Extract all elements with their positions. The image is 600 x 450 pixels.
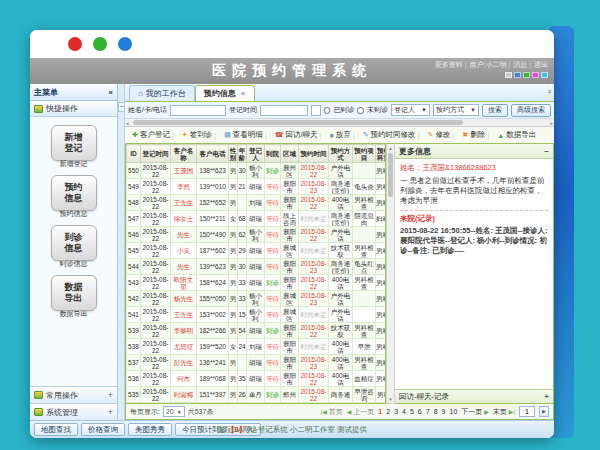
sidebar-accordion[interactable]: 系统管理 + xyxy=(30,403,117,420)
column-header[interactable]: 性别 xyxy=(229,145,238,163)
last-page-button[interactable]: 末页 ▶| xyxy=(493,407,515,417)
toolbar-button[interactable]: ✚ 客户登记 | xyxy=(129,130,177,140)
statusbar-button[interactable]: 地图查找 xyxy=(34,423,78,436)
column-header[interactable]: 年龄 xyxy=(238,145,247,163)
page-number[interactable]: 6 xyxy=(418,408,422,415)
table-row[interactable]: 539 2015-08-22 李黎明 182**266 男 54 胡瑞 到诊 襄… xyxy=(127,323,387,339)
header-link[interactable]: 消息 xyxy=(513,60,531,70)
page-number[interactable]: 3 xyxy=(394,408,398,415)
vscroll-thumb[interactable] xyxy=(388,153,393,197)
first-page-button[interactable]: |◀ 首页 xyxy=(321,407,343,417)
theme-swatch[interactable] xyxy=(532,72,539,78)
prev-page-button[interactable]: ◀ 上一页 xyxy=(347,407,375,417)
statusbar-button[interactable]: 价格查询 xyxy=(81,423,125,436)
column-header[interactable]: 预约时间 xyxy=(299,145,329,163)
table-row[interactable]: 536 2015-08-22 何杰 189**068 男 35 胡瑞 等待 襄阳… xyxy=(127,371,387,387)
time-filter-input[interactable] xyxy=(260,105,308,116)
scroll-up-icon[interactable]: ▴ xyxy=(389,144,392,152)
page-number[interactable]: 8 xyxy=(434,408,438,415)
header-link[interactable]: 更多资料 xyxy=(435,60,467,70)
table-row[interactable]: 548 2015-08-22 王先生 152**652 男 刘瑞 等待 襄阳市 xyxy=(127,195,387,211)
table-row[interactable]: 549 2015-08-22 李然 139**010 男 21 胡瑞 等待 襄阳… xyxy=(127,179,387,195)
sidebar-splitter[interactable]: − xyxy=(118,84,125,420)
column-header[interactable]: 登记人 xyxy=(247,145,265,163)
toolbar-button[interactable]: ✦ 签到诊 | xyxy=(179,130,219,140)
arrived-radio[interactable] xyxy=(324,107,331,114)
sidebar-collapse-icon[interactable]: « xyxy=(109,88,113,97)
header-link[interactable]: 用户:小二明 xyxy=(470,60,511,70)
toolbar-button[interactable]: ■ 放弃 | xyxy=(327,130,358,140)
column-header[interactable]: 客户电话 xyxy=(197,145,229,163)
tab-workspace[interactable]: ⌂ 我的工作台 xyxy=(129,85,195,101)
page-number[interactable]: 9 xyxy=(442,408,446,415)
not-arrived-radio[interactable] xyxy=(357,107,364,114)
table-row[interactable]: 541 2015-08-22 王先生 153**002 男 15 杨小利 等待 … xyxy=(127,307,387,323)
toolbar-button[interactable]: ✎ 预约时间修改 | xyxy=(360,130,423,140)
table-row[interactable]: 537 2015-08-22 彭先生 136**241 男 胡瑞 等待 襄阳市 xyxy=(127,355,387,371)
scroll-right-icon[interactable]: ▸ xyxy=(550,119,553,127)
theme-swatch[interactable] xyxy=(514,72,521,78)
toolbar-button[interactable]: ▲ 数据导出 | xyxy=(494,130,543,140)
table-row[interactable]: 543 2015-08-22 欧阳文星 158**624 男 33 胡瑞 到诊 … xyxy=(127,275,387,291)
per-page-select[interactable]: 20▼ xyxy=(163,406,185,417)
header-link[interactable]: 退出 xyxy=(534,60,548,70)
column-header[interactable]: 预约科室 xyxy=(376,145,387,163)
collapse-tabs-icon[interactable]: « xyxy=(544,89,553,93)
page-number[interactable]: 7 xyxy=(426,408,430,415)
page-number[interactable]: 10 xyxy=(449,408,457,415)
theme-swatch[interactable] xyxy=(505,72,512,78)
quick-action-button[interactable]: 新增 登记 xyxy=(51,125,97,161)
page-number[interactable]: 1 xyxy=(378,408,382,415)
theme-swatch[interactable] xyxy=(523,72,530,78)
splitter-handle[interactable]: − xyxy=(118,102,125,112)
quick-action-button[interactable]: 预约 信息 xyxy=(51,175,97,211)
toolbar-button[interactable]: ✎ 修改 | xyxy=(425,130,458,140)
sidebar-accordion[interactable]: 常用操作 + xyxy=(30,386,117,403)
hscroll-thumb[interactable] xyxy=(133,120,463,125)
toolbar-button[interactable]: ☎ 回访/聊天 | xyxy=(272,130,325,140)
search-button[interactable]: 搜索 xyxy=(482,104,508,117)
column-header[interactable]: 预约方式 xyxy=(329,145,353,163)
column-header[interactable]: 到院 xyxy=(265,145,281,163)
callback-chat-record-bar[interactable]: 回访-聊天-记录 + xyxy=(395,389,553,403)
page-number[interactable]: 4 xyxy=(402,408,406,415)
expand-panel-icon[interactable]: + xyxy=(545,392,549,401)
table-row[interactable]: 535 2015-08-22 时淑梅 151**397 男 26 单丹 到诊 郑… xyxy=(127,387,387,403)
minimize-window-button[interactable] xyxy=(93,37,107,51)
goto-page-input[interactable] xyxy=(519,406,535,417)
close-window-button[interactable] xyxy=(68,37,82,51)
statusbar-button[interactable]: 美图秀秀 xyxy=(128,423,172,436)
scroll-down-icon[interactable]: ▾ xyxy=(389,395,392,403)
table-row[interactable]: 550 2015-08-22 王茂国 138**623 男 30 杨小利 到诊 … xyxy=(127,163,387,179)
close-tab-icon[interactable]: × xyxy=(241,89,246,98)
next-page-button[interactable]: 下一页 ▶ xyxy=(461,407,489,417)
goto-page-button[interactable]: ▶ xyxy=(539,406,549,417)
page-number[interactable]: 2 xyxy=(386,408,390,415)
column-header[interactable]: 区域 xyxy=(281,145,299,163)
quick-action-button[interactable]: 到诊 信息 xyxy=(51,225,97,261)
method-select[interactable]: 预约方式▼ xyxy=(433,104,479,116)
advanced-search-button[interactable]: 高级搜索 xyxy=(511,104,551,117)
time-filter-input-2[interactable] xyxy=(311,105,321,116)
tab-appointment-info[interactable]: 预约信息 × xyxy=(195,85,255,101)
table-row[interactable]: 545 2015-08-22 小吴 187**602 男 29 胡瑞 等待 襄城… xyxy=(127,243,387,259)
page-number[interactable]: 5 xyxy=(410,408,414,415)
quick-actions-section-header[interactable]: 快捷操作 xyxy=(30,101,117,117)
table-row[interactable]: 546 2015-08-22 先生 150**490 男 62 杨小利 等待 襄… xyxy=(127,227,387,243)
column-header[interactable]: 预约项目 xyxy=(353,145,376,163)
maximize-window-button[interactable] xyxy=(118,37,132,51)
collapse-panel-icon[interactable]: − xyxy=(544,147,549,156)
theme-swatch[interactable] xyxy=(541,72,548,78)
today-expected-button[interactable]: 今日预计到诊【0】人 xyxy=(175,423,261,436)
toolbar-button[interactable]: ✖ 删除 | xyxy=(459,130,492,140)
name-filter-input[interactable] xyxy=(170,105,226,116)
column-header[interactable]: ID xyxy=(127,145,141,163)
quick-action-button[interactable]: 数据 导出 xyxy=(51,275,97,311)
table-row[interactable]: 544 2015-08-22 先生 139**623 男 30 胡瑞 等待 襄阳… xyxy=(127,259,387,275)
column-header[interactable]: 登记时间 xyxy=(141,145,171,163)
toolbar-button[interactable]: ▤ 查看明细 | xyxy=(221,130,270,140)
table-row[interactable]: 542 2015-08-22 杨先生 155**050 男 33 杨小利 等待 … xyxy=(127,291,387,307)
registrar-select[interactable]: 登记人▼ xyxy=(391,104,430,116)
column-header[interactable]: 客户名称 xyxy=(171,145,197,163)
horizontal-scrollbar[interactable]: ◂ ▸ xyxy=(125,119,554,127)
